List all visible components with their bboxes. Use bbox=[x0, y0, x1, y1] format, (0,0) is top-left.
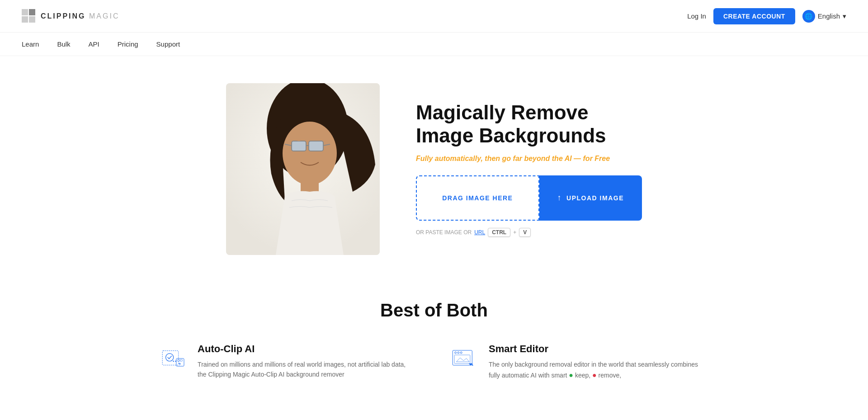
svg-rect-18 bbox=[180, 359, 182, 361]
hero-subtitle: Fully automatically, then go far beyond … bbox=[416, 155, 642, 163]
svg-point-13 bbox=[295, 134, 302, 141]
ctrl-key-badge: CTRL bbox=[488, 228, 510, 237]
keep-dot: ● bbox=[569, 371, 573, 379]
nav-item-api[interactable]: API bbox=[89, 40, 99, 48]
paste-hint: OR PASTE IMAGE OR URL CTRL + V bbox=[416, 228, 642, 237]
hero-subtitle-prefix: Fully automatically, then go far beyond … bbox=[416, 155, 583, 162]
features-grid: Auto-Clip AI Trained on millions and mil… bbox=[162, 343, 706, 381]
hero-image-svg bbox=[226, 83, 380, 255]
auto-clip-content: Auto-Clip AI Trained on millions and mil… bbox=[198, 343, 416, 380]
drag-drop-zone[interactable]: DRAG IMAGE HERE bbox=[416, 175, 539, 221]
svg-point-24 bbox=[460, 352, 462, 354]
hero-content: Magically Remove Image Backgrounds Fully… bbox=[416, 101, 642, 236]
auto-clip-desc: Trained on millions and millions of real… bbox=[198, 359, 416, 380]
svg-rect-21 bbox=[453, 350, 472, 365]
paste-prefix-text: OR PASTE IMAGE OR bbox=[416, 229, 472, 236]
url-link[interactable]: URL bbox=[474, 229, 485, 236]
upload-area: DRAG IMAGE HERE ↑ UPLOAD IMAGE bbox=[416, 175, 642, 221]
svg-point-20 bbox=[175, 361, 176, 362]
nav-item-support[interactable]: Support bbox=[156, 40, 180, 48]
svg-rect-8 bbox=[292, 141, 306, 151]
best-of-both-section: Best of Both Auto-Clip AI bbox=[140, 273, 728, 408]
svg-rect-3 bbox=[29, 16, 35, 23]
smart-editor-desc: The only background removal editor in th… bbox=[489, 359, 706, 381]
svg-rect-9 bbox=[309, 141, 323, 151]
header: CLIPPING MAGIC Log In CREATE ACCOUNT 🌐 E… bbox=[0, 0, 868, 33]
smart-editor-title: Smart Editor bbox=[489, 343, 706, 355]
svg-point-19 bbox=[173, 361, 174, 362]
nav-item-pricing[interactable]: Pricing bbox=[118, 40, 138, 48]
feature-smart-editor: Smart Editor The only background removal… bbox=[452, 343, 706, 381]
upload-image-button[interactable]: ↑ UPLOAD IMAGE bbox=[539, 175, 642, 221]
plus-sign: + bbox=[513, 229, 516, 236]
hero-image bbox=[226, 83, 380, 255]
auto-clip-icon bbox=[162, 343, 187, 379]
v-key-badge: V bbox=[519, 228, 531, 237]
language-label: English bbox=[818, 12, 840, 20]
login-button[interactable]: Log In bbox=[687, 12, 706, 20]
auto-clip-title: Auto-Clip AI bbox=[198, 343, 416, 355]
nav-item-bulk[interactable]: Bulk bbox=[57, 40, 70, 48]
hero-section: Magically Remove Image Backgrounds Fully… bbox=[140, 56, 728, 273]
svg-point-22 bbox=[455, 352, 457, 354]
svg-rect-2 bbox=[29, 9, 35, 15]
logo: CLIPPING MAGIC bbox=[22, 9, 119, 24]
svg-rect-0 bbox=[22, 9, 28, 15]
svg-rect-1 bbox=[22, 16, 28, 23]
main-nav: Learn Bulk API Pricing Support bbox=[0, 33, 868, 56]
globe-icon: 🌐 bbox=[802, 10, 815, 23]
svg-rect-25 bbox=[454, 355, 470, 363]
upload-icon: ↑ bbox=[557, 193, 562, 203]
drag-zone-label: DRAG IMAGE HERE bbox=[442, 194, 513, 202]
chevron-down-icon: ▾ bbox=[843, 12, 846, 20]
smart-editor-icon bbox=[452, 343, 478, 379]
hero-title: Magically Remove Image Backgrounds bbox=[416, 101, 642, 147]
remove-dot: ● bbox=[592, 371, 597, 379]
svg-point-23 bbox=[458, 352, 459, 354]
logo-icon bbox=[22, 9, 36, 24]
logo-text: CLIPPING MAGIC bbox=[41, 12, 119, 20]
smart-editor-content: Smart Editor The only background removal… bbox=[489, 343, 706, 381]
header-right: Log In CREATE ACCOUNT 🌐 English ▾ bbox=[687, 8, 846, 24]
hero-subtitle-highlight: for Free bbox=[583, 155, 610, 162]
create-account-button[interactable]: CREATE ACCOUNT bbox=[713, 8, 795, 24]
upload-button-label: UPLOAD IMAGE bbox=[566, 194, 624, 202]
feature-auto-clip: Auto-Clip AI Trained on millions and mil… bbox=[162, 343, 416, 381]
best-section-title: Best of Both bbox=[162, 300, 706, 321]
language-selector[interactable]: 🌐 English ▾ bbox=[802, 10, 846, 23]
nav-item-learn[interactable]: Learn bbox=[22, 40, 39, 48]
svg-point-15 bbox=[166, 354, 174, 361]
